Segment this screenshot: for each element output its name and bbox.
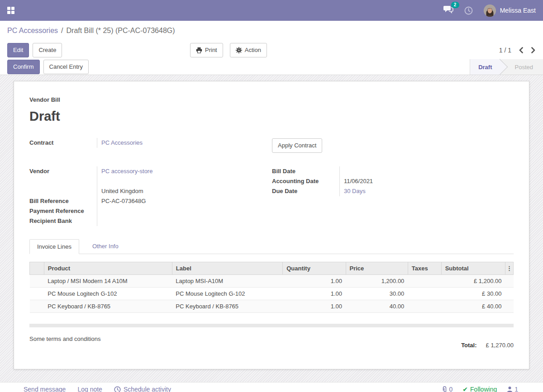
user-name: Melissa East — [500, 7, 536, 14]
apps-menu-icon[interactable] — [7, 7, 14, 14]
form-statusbar: Confirm Cancel Entry Draft Posted — [0, 59, 543, 75]
following-button[interactable]: ✔ Following — [462, 386, 497, 392]
edit-button[interactable]: Edit — [7, 43, 29, 57]
due-date-label: Due Date — [272, 186, 339, 196]
table-footer-bar — [29, 324, 514, 327]
chatter-bar: Send message Log note Schedule activity … — [0, 382, 543, 392]
due-date-value-link[interactable]: 30 Days — [344, 188, 366, 194]
messages-button[interactable]: 2 — [443, 5, 453, 15]
pager-previous-icon[interactable] — [519, 47, 524, 53]
vendor-label: Vendor — [29, 166, 97, 176]
followers-button[interactable]: 1 — [507, 386, 518, 392]
printer-icon — [196, 47, 202, 53]
breadcrumb-separator: / — [61, 27, 63, 35]
top-navbar: 2 Melissa East — [0, 0, 543, 21]
messages-count-badge: 2 — [451, 2, 459, 8]
bill-sheet: Vendor Bill Draft Contract PC Accessorie… — [14, 81, 529, 369]
action-button[interactable]: Action — [230, 43, 267, 57]
document-type-label: Vendor Bill — [29, 96, 514, 103]
control-panel: Edit Create Print — [0, 41, 543, 59]
bill-reference-label: Bill Reference — [29, 196, 97, 206]
accounting-date-label: Accounting Date — [272, 176, 339, 186]
payment-reference-label: Payment Reference — [29, 206, 97, 216]
check-icon: ✔ — [462, 386, 468, 392]
contract-label: Contract — [29, 138, 97, 148]
notebook-tabs: Invoice Lines Other Info — [29, 239, 514, 254]
apply-contract-button[interactable]: Apply Contract — [272, 138, 322, 153]
vendor-value-link[interactable]: PC accessory-store — [101, 168, 152, 175]
schedule-activity-button[interactable]: Schedule activity — [114, 386, 171, 392]
table-header-row: Product Label Quantity Price Taxes Subto… — [30, 262, 514, 275]
breadcrumb-current: Draft Bill (* 25) (PC-AC-073648G) — [67, 27, 175, 35]
cancel-entry-button[interactable]: Cancel Entry — [43, 60, 89, 74]
print-button[interactable]: Print — [190, 43, 223, 57]
confirm-button[interactable]: Confirm — [7, 60, 40, 74]
clock-icon — [114, 386, 121, 392]
breadcrumb-parent-link[interactable]: PC Accessories — [7, 27, 58, 35]
bill-date-value[interactable] — [339, 166, 514, 176]
tab-invoice-lines[interactable]: Invoice Lines — [29, 239, 79, 254]
status-draft[interactable]: Draft — [470, 59, 501, 75]
column-header-subtotal[interactable]: Subtotal — [441, 262, 505, 275]
row-handle — [30, 275, 44, 288]
user-avatar — [484, 5, 496, 17]
total-label: Total: — [461, 342, 476, 349]
tab-other-info[interactable]: Other Info — [85, 239, 126, 254]
contract-value-link[interactable]: PC Accessories — [101, 139, 143, 146]
bill-date-label: Bill Date — [272, 166, 339, 176]
form-view-background: Vendor Bill Draft Contract PC Accessorie… — [0, 75, 543, 382]
optional-columns-icon[interactable]: ⋮ — [505, 262, 513, 275]
create-button[interactable]: Create — [33, 43, 62, 57]
send-message-button[interactable]: Send message — [24, 386, 66, 392]
column-header-price[interactable]: Price — [346, 262, 408, 275]
payment-reference-value[interactable] — [97, 206, 272, 216]
accounting-date-value[interactable]: 11/06/2021 — [339, 176, 514, 186]
bill-state-title: Draft — [29, 109, 514, 124]
vendor-country: United Kingdom — [97, 186, 272, 196]
terms-and-conditions[interactable]: Some terms and conditions — [29, 335, 101, 342]
table-row[interactable]: Laptop / MSI Modern 14 A10M Laptop MSI-A… — [30, 275, 514, 288]
activities-clock-icon[interactable] — [464, 6, 473, 15]
total-value: £ 1,270.00 — [486, 342, 514, 349]
row-handle — [30, 288, 44, 300]
table-row[interactable]: PC Keyboard / KB-8765 PC Keyboard / KB-8… — [30, 300, 514, 313]
recipient-bank-value[interactable] — [97, 216, 272, 226]
attachments-button[interactable]: 0 — [442, 386, 453, 392]
column-header-quantity[interactable]: Quantity — [283, 262, 346, 275]
column-header-label[interactable]: Label — [172, 262, 282, 275]
bill-reference-value[interactable]: PC-AC-073648G — [97, 196, 272, 206]
breadcrumb: PC Accessories / Draft Bill (* 25) (PC-A… — [0, 21, 543, 41]
person-icon — [507, 386, 513, 392]
gear-icon — [236, 47, 242, 53]
log-note-button[interactable]: Log note — [77, 386, 102, 392]
recipient-bank-label: Recipient Bank — [29, 216, 97, 226]
pager-counter: 1 / 1 — [499, 47, 511, 54]
table-row[interactable]: PC Mouse Logitech G-102 PC Mouse Logitec… — [30, 288, 514, 300]
column-header-product[interactable]: Product — [44, 262, 172, 275]
handle-column-header — [30, 262, 44, 275]
paperclip-icon — [442, 386, 448, 392]
user-menu[interactable]: Melissa East — [484, 5, 536, 17]
column-header-taxes[interactable]: Taxes — [408, 262, 441, 275]
invoice-lines-table: Product Label Quantity Price Taxes Subto… — [29, 262, 514, 313]
pager-next-icon[interactable] — [531, 47, 536, 53]
row-handle — [30, 300, 44, 313]
